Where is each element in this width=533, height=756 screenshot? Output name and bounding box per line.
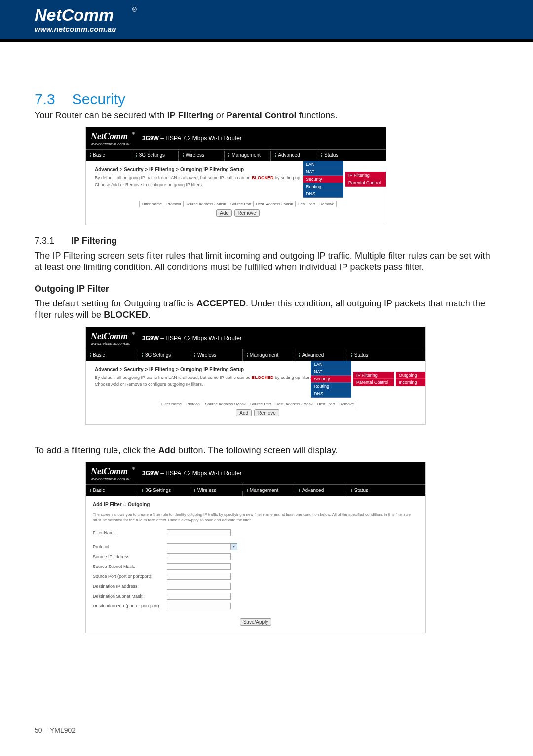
input-dst-mask[interactable]	[167, 593, 231, 600]
label-dst-port: Destination Port (port or port:port):	[93, 604, 167, 608]
menu-ipfiltering[interactable]: IP Filtering	[353, 372, 394, 379]
menu-dns[interactable]: DNS	[311, 390, 351, 398]
menu-routing[interactable]: Routing	[311, 383, 351, 390]
form-note: The screen allows you to create a filter…	[93, 512, 419, 523]
col-dest-port: Dest. Port	[295, 201, 317, 207]
nav-tab-status[interactable]: Status	[317, 149, 386, 161]
col-source-addr: Source Address / Mask	[183, 201, 228, 207]
menu-lan[interactable]: LAN	[303, 161, 343, 168]
page-footer: 50 – YML902	[35, 726, 76, 734]
add-filter-form: Add IP Filter -- Outgoing The screen all…	[86, 496, 425, 633]
section-number: 7.3	[35, 91, 55, 108]
nav-tab-status[interactable]: Status	[347, 484, 425, 496]
nav-tab-3g[interactable]: 3G Settings	[138, 484, 190, 496]
input-dst-ip[interactable]	[167, 583, 231, 590]
ipfiltering-para: The IP Filtering screen sets filter rule…	[35, 250, 498, 273]
menu-nat[interactable]: NAT	[311, 368, 351, 376]
save-apply-button[interactable]: Save/Apply	[240, 618, 272, 626]
menu-security[interactable]: Security	[311, 376, 351, 383]
nav-tab-wireless[interactable]: Wireless	[179, 149, 225, 161]
remove-button[interactable]: Remove	[234, 209, 260, 217]
add-button[interactable]: Add	[236, 409, 252, 416]
outgoing-para: The default setting for Outgoing traffic…	[35, 298, 498, 321]
subsection-number: 7.3.1	[35, 236, 54, 246]
nav-tab-basic[interactable]: Basic	[86, 149, 132, 161]
svg-text:NetComm: NetComm	[91, 466, 128, 476]
screenshot-add-outgoing-filter: NetComm® www.netcomm.com.au 3G9W – HSPA …	[85, 462, 426, 633]
screenshot-ipfilter-setup-1: NetComm® www.netcomm.com.au 3G9W – HSPA …	[85, 127, 386, 225]
section-lead: Your Router can be secured with IP Filte…	[35, 111, 498, 121]
col-dest-addr: Dest. Address / Mask	[254, 201, 296, 207]
input-dst-port[interactable]	[167, 603, 231, 609]
nav-tab-management[interactable]: Management	[243, 484, 295, 496]
menu-incoming[interactable]: Incoming	[396, 379, 425, 386]
netcomm-logo: NetComm®	[91, 331, 135, 341]
add-instruction-para: To add a filtering rule, click the Add b…	[35, 445, 498, 456]
col-source-port: Source Port	[248, 401, 273, 407]
input-src-ip[interactable]	[167, 553, 231, 560]
brand-header: NetComm ® www.netcomm.com.au	[0, 0, 533, 42]
brand-url: www.netcomm.com.au	[91, 477, 135, 481]
brand-url: www.netcomm.com.au	[91, 341, 135, 346]
svg-text:®: ®	[132, 467, 135, 470]
chevron-down-icon[interactable]: ▾	[231, 543, 237, 550]
nav-tab-wireless[interactable]: Wireless	[190, 484, 243, 496]
svg-text:NetComm: NetComm	[35, 5, 114, 24]
remove-button[interactable]: Remove	[254, 409, 279, 416]
col-dest-addr: Dest. Address / Mask	[273, 401, 315, 407]
router-nav: Basic 3G Settings Wireless Management Ad…	[86, 484, 425, 496]
brand-url: www.netcomm.com.au	[91, 142, 135, 146]
menu-ipfiltering[interactable]: IP Filtering	[345, 172, 386, 179]
menu-security[interactable]: Security	[303, 176, 343, 183]
menu-routing[interactable]: Routing	[303, 183, 343, 190]
device-title: 3G9W – HSPA 7.2 Mbps Wi-Fi Router	[142, 470, 242, 477]
menu-lan[interactable]: LAN	[311, 361, 351, 368]
router-nav: Basic 3G Settings Wireless Management Ad…	[86, 349, 425, 361]
col-protocol: Protocol	[164, 201, 183, 207]
input-src-mask[interactable]	[167, 563, 231, 570]
screenshot-ipfilter-setup-2: NetComm® www.netcomm.com.au 3G9W – HSPA …	[85, 327, 426, 425]
menu-nat[interactable]: NAT	[303, 168, 343, 176]
menu-parental[interactable]: Parental Control	[345, 179, 386, 187]
input-src-port[interactable]	[167, 573, 231, 580]
label-dst-ip: Destination IP address:	[93, 584, 167, 589]
nav-tab-basic[interactable]: Basic	[86, 484, 138, 496]
nav-tab-3g[interactable]: 3G Settings	[138, 349, 190, 361]
nav-tab-status[interactable]: Status	[347, 349, 425, 361]
router-body: LAN NAT Security Routing DNS IP Filterin…	[86, 161, 386, 225]
label-dst-mask: Destination Subnet Mask:	[93, 594, 167, 599]
label-filter-name: Filter Name:	[93, 530, 167, 535]
subsection-title: IP Filtering	[71, 236, 117, 246]
menu-outgoing[interactable]: Outgoing	[396, 372, 425, 379]
svg-text:NetComm: NetComm	[91, 131, 128, 141]
add-button[interactable]: Add	[216, 209, 232, 217]
nav-tab-advanced[interactable]: Advanced	[295, 484, 347, 496]
netcomm-logo: NetComm®	[91, 131, 135, 142]
input-filter-name[interactable]	[167, 529, 231, 536]
col-protocol: Protocol	[184, 401, 203, 407]
menu-parental[interactable]: Parental Control	[353, 379, 394, 386]
router-nav: Basic 3G Settings Wireless Management Ad…	[86, 149, 386, 161]
nav-tab-advanced[interactable]: Advanced	[271, 149, 317, 161]
filters-table: Filter Name Protocol Source Address / Ma…	[139, 201, 337, 207]
label-protocol: Protocol:	[93, 544, 167, 549]
nav-tab-advanced[interactable]: Advanced	[295, 349, 347, 361]
brand-logo-block: NetComm ® www.netcomm.com.au	[35, 4, 138, 33]
nav-tab-basic[interactable]: Basic	[86, 349, 138, 361]
nav-tab-wireless[interactable]: Wireless	[190, 349, 243, 361]
svg-text:®: ®	[132, 332, 135, 335]
section-heading: 7.3 Security	[35, 91, 498, 108]
device-title: 3G9W – HSPA 7.2 Mbps Wi-Fi Router	[142, 135, 242, 142]
select-protocol[interactable]	[167, 543, 231, 550]
nav-tab-3g[interactable]: 3G Settings	[132, 149, 179, 161]
filters-table: Filter Name Protocol Source Address / Ma…	[159, 401, 356, 407]
col-filter-name: Filter Name	[159, 401, 184, 407]
router-ui-header: NetComm® www.netcomm.com.au 3G9W – HSPA …	[86, 127, 386, 149]
menu-dns[interactable]: DNS	[303, 190, 343, 198]
svg-text:NetComm: NetComm	[91, 331, 128, 341]
nav-tab-management[interactable]: Management	[243, 349, 295, 361]
label-src-port: Source Port (port or port:port):	[93, 574, 167, 579]
label-src-ip: Source IP address:	[93, 554, 167, 559]
nav-tab-management[interactable]: Management	[225, 149, 271, 161]
router-body: LAN NAT Security Routing DNS IP Filterin…	[86, 361, 425, 424]
